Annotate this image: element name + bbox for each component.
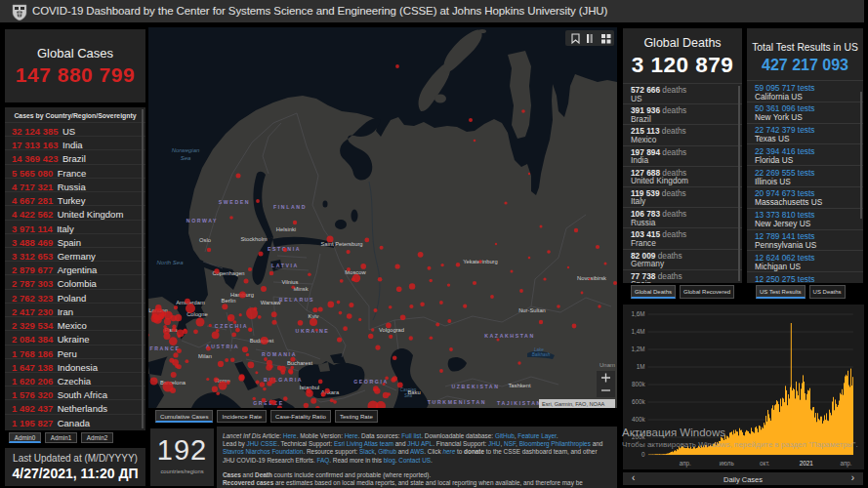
svg-text:1,6M: 1,6M [632, 310, 645, 317]
svg-text:UZBEKISTAN: UZBEKISTAN [451, 384, 499, 389]
svg-text:LATVIA: LATVIA [271, 263, 299, 268]
svg-text:Stockholm: Stockholm [240, 236, 267, 242]
svg-text:Unam: Unam [599, 362, 615, 368]
svg-text:Vilnius: Vilnius [282, 279, 299, 285]
svg-text:июль: июль [720, 460, 735, 467]
svg-text:Warsaw: Warsaw [261, 300, 282, 305]
svg-text:FRANCE: FRANCE [149, 346, 180, 351]
svg-text:Balkhash: Balkhash [532, 352, 551, 357]
svg-text:UKRAINE: UKRAINE [296, 328, 330, 334]
svg-text:0: 0 [641, 451, 645, 458]
svg-text:FINLAND: FINLAND [273, 204, 307, 210]
svg-text:TAJIKISTAN: TAJIKISTAN [497, 400, 542, 406]
svg-text:Baku: Baku [407, 389, 420, 395]
svg-text:Helsinki: Helsinki [276, 226, 296, 232]
svg-text:1M: 1M [637, 363, 645, 370]
svg-text:1,4M: 1,4M [632, 328, 645, 335]
svg-text:KAZAKHSTAN: KAZAKHSTAN [484, 333, 535, 339]
svg-text:TURKMENISTAN: TURKMENISTAN [428, 399, 486, 405]
svg-text:400k: 400k [632, 416, 646, 423]
svg-text:CZECHIA: CZECHIA [215, 323, 248, 329]
svg-text:600k: 600k [632, 398, 646, 405]
svg-text:Norwegian: Norwegian [172, 147, 200, 153]
svg-text:Nur-Sultan: Nur-Sultan [518, 307, 546, 313]
svg-text:2021: 2021 [800, 460, 814, 467]
svg-text:Minsk: Minsk [293, 286, 308, 292]
svg-text:GREECE: GREECE [253, 400, 284, 406]
svg-text:BELARUS: BELARUS [279, 297, 314, 303]
svg-text:NORWAY: NORWAY [186, 218, 218, 224]
svg-text:Bucharest: Bucharest [287, 360, 312, 366]
svg-text:Oslo: Oslo [199, 237, 211, 243]
svg-text:Milan: Milan [198, 353, 212, 359]
svg-text:800k: 800k [632, 381, 646, 387]
svg-text:апр.: апр. [840, 460, 851, 468]
svg-text:Volgograd: Volgograd [379, 327, 404, 333]
svg-text:North Sea: North Sea [156, 260, 184, 265]
svg-text:Saint Petersburg: Saint Petersburg [320, 241, 362, 247]
svg-text:1,2M: 1,2M [632, 346, 645, 352]
svg-text:SWEDEN: SWEDEN [219, 199, 250, 205]
svg-text:ROMANIA: ROMANIA [262, 351, 297, 357]
svg-text:окт.: окт. [760, 460, 770, 467]
svg-text:Tashkent: Tashkent [508, 383, 531, 388]
svg-text:апр.: апр. [680, 460, 691, 468]
svg-text:Berlin: Berlin [222, 298, 236, 304]
svg-text:Sea: Sea [181, 155, 191, 161]
svg-text:Esri, Garmin, FAO, NOAA: Esri, Garmin, FAO, NOAA [542, 401, 605, 407]
svg-text:Novosibirsk: Novosibirsk [577, 275, 606, 281]
svg-text:AUSTRIA: AUSTRIA [206, 344, 239, 349]
